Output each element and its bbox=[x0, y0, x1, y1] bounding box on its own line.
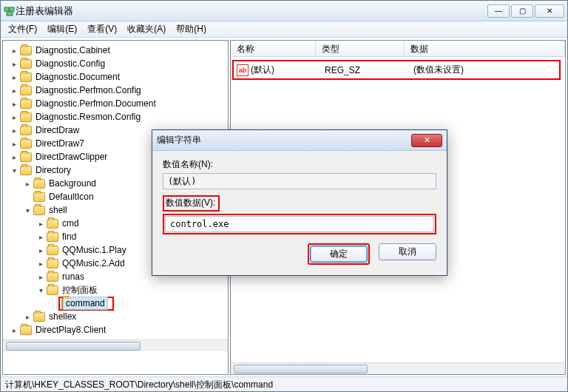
svg-rect-0 bbox=[4, 7, 9, 11]
menu-favorites[interactable]: 收藏夹(A) bbox=[123, 21, 170, 37]
chevron-right-icon[interactable]: ▸ bbox=[37, 220, 45, 228]
folder-icon bbox=[20, 99, 32, 109]
app-icon bbox=[4, 5, 16, 17]
chevron-right-icon[interactable]: ▸ bbox=[10, 73, 18, 81]
tree-item-label: runas bbox=[60, 271, 87, 283]
dialog-title: 编辑字符串 bbox=[157, 134, 411, 146]
close-button[interactable]: ✕ bbox=[535, 4, 564, 18]
svg-rect-2 bbox=[7, 12, 13, 16]
tree-item[interactable]: ▸Diagnostic.Resmon.Config bbox=[7, 110, 228, 124]
folder-icon bbox=[47, 272, 58, 282]
chevron-right-icon[interactable]: ▸ bbox=[24, 180, 32, 188]
ok-button[interactable]: 确定 bbox=[310, 246, 368, 263]
folder-icon bbox=[20, 166, 32, 175]
chevron-right-icon[interactable]: ▸ bbox=[10, 60, 18, 68]
folder-icon bbox=[20, 152, 32, 162]
folder-icon bbox=[47, 285, 58, 295]
folder-icon bbox=[20, 126, 32, 135]
folder-icon bbox=[20, 139, 32, 149]
tree-item-label: DirectDraw7 bbox=[33, 138, 87, 149]
chevron-right-icon[interactable]: ▸ bbox=[10, 153, 18, 161]
chevron-right-icon[interactable]: ▸ bbox=[10, 100, 18, 108]
chevron-right-icon[interactable]: ▸ bbox=[10, 87, 18, 95]
chevron-right-icon[interactable]: ▸ bbox=[10, 326, 18, 334]
folder-icon bbox=[20, 46, 32, 55]
tree-item[interactable]: command bbox=[7, 297, 228, 310]
chevron-right-icon[interactable]: ▸ bbox=[37, 260, 45, 268]
chevron-right-icon[interactable]: ▸ bbox=[10, 126, 18, 135]
folder-icon bbox=[33, 179, 45, 189]
list-hscroll[interactable] bbox=[231, 362, 565, 374]
folder-icon bbox=[20, 325, 32, 335]
value-row-highlight: ab (默认) REG_SZ (数值未设置) bbox=[232, 60, 561, 80]
chevron-right-icon[interactable]: ▸ bbox=[10, 113, 18, 121]
menu-view[interactable]: 查看(V) bbox=[83, 21, 121, 37]
svg-rect-1 bbox=[10, 7, 14, 11]
chevron-right-icon[interactable]: ▸ bbox=[10, 140, 18, 148]
window-title: 注册表编辑器 bbox=[16, 4, 487, 18]
tree-item[interactable]: ▸Diagnostic.Document bbox=[7, 70, 228, 84]
regedit-window: 注册表编辑器 — ▢ ✕ 文件(F) 编辑(E) 查看(V) 收藏夹(A) 帮助… bbox=[0, 0, 568, 392]
chevron-down-icon[interactable]: ▾ bbox=[24, 206, 32, 214]
tree-item[interactable]: ▸Diagnostic.Perfmon.Document bbox=[7, 97, 228, 110]
folder-icon bbox=[47, 219, 58, 229]
folder-icon bbox=[47, 259, 58, 268]
chevron-down-icon[interactable]: ▾ bbox=[37, 286, 45, 294]
folder-icon bbox=[61, 297, 63, 309]
col-type[interactable]: 类型 bbox=[316, 41, 405, 56]
tree-item-label: QQMusic.1.Play bbox=[60, 244, 129, 256]
chevron-right-icon[interactable]: ▸ bbox=[10, 47, 18, 55]
chevron-right-icon[interactable]: ▸ bbox=[24, 313, 32, 321]
tree-item-label: cmd bbox=[60, 217, 81, 229]
menu-file[interactable]: 文件(F) bbox=[4, 21, 41, 37]
chevron-right-icon[interactable]: ▸ bbox=[37, 273, 45, 281]
string-value-icon: ab bbox=[237, 64, 248, 76]
value-type: REG_SZ bbox=[319, 65, 408, 75]
value-row[interactable]: ab (默认) REG_SZ (数值未设置) bbox=[234, 62, 559, 78]
chevron-right-icon[interactable]: ▸ bbox=[37, 246, 45, 254]
menu-help[interactable]: 帮助(H) bbox=[172, 21, 211, 37]
tree-item-label: shell bbox=[47, 204, 70, 216]
tree-item-label: DirectDraw bbox=[33, 124, 81, 136]
tree-item[interactable]: ▸Diagnostic.Config bbox=[7, 57, 228, 70]
tree-item[interactable]: ▾控制面板 bbox=[7, 283, 228, 297]
statusbar: 计算机\HKEY_CLASSES_ROOT\Directory\shell\控制… bbox=[1, 376, 567, 391]
tree-item-label: Diagnostic.Perfmon.Document bbox=[33, 98, 158, 109]
tree-item-label: DirectDrawClipper bbox=[33, 151, 109, 163]
folder-icon bbox=[47, 232, 58, 242]
tree-item[interactable]: ▸DirectPlay8.Client bbox=[7, 323, 228, 337]
tree-item-label: Directory bbox=[33, 164, 73, 176]
col-data[interactable]: 数据 bbox=[405, 41, 565, 56]
tree-hscroll[interactable] bbox=[3, 339, 228, 351]
tree-item[interactable]: ▸Diagnostic.Perfmon.Config bbox=[7, 84, 228, 97]
dialog-close-button[interactable]: ✕ bbox=[411, 134, 442, 147]
tree-item-label: Diagnostic.Config bbox=[33, 58, 107, 70]
folder-icon bbox=[33, 312, 45, 322]
cancel-button[interactable]: 取消 bbox=[379, 243, 436, 260]
col-name[interactable]: 名称 bbox=[231, 41, 316, 56]
tree-item[interactable]: ▸Diagnostic.Cabinet bbox=[7, 44, 228, 57]
chevron-right-icon[interactable]: ▸ bbox=[37, 233, 45, 241]
folder-icon bbox=[33, 206, 45, 215]
folder-icon bbox=[20, 72, 32, 82]
tree-item[interactable]: ▸shellex bbox=[7, 310, 228, 323]
folder-icon bbox=[20, 59, 32, 69]
tree-item-label: DefaultIcon bbox=[47, 191, 96, 203]
tree-item-label: Background bbox=[47, 178, 98, 189]
tree-item-label: Diagnostic.Cabinet bbox=[33, 44, 112, 56]
tree-item-label: shellex bbox=[47, 311, 78, 322]
value-name-field[interactable] bbox=[163, 173, 436, 189]
dialog-titlebar[interactable]: 编辑字符串 ✕ bbox=[152, 130, 447, 151]
maximize-button[interactable]: ▢ bbox=[511, 4, 533, 18]
minimize-button[interactable]: — bbox=[487, 4, 510, 18]
value-data-field[interactable] bbox=[165, 216, 434, 232]
menubar: 文件(F) 编辑(E) 查看(V) 收藏夹(A) 帮助(H) bbox=[1, 21, 567, 38]
value-name: (默认) bbox=[251, 64, 274, 76]
value-data-label: 数值数据(V): bbox=[166, 197, 215, 209]
chevron-down-icon[interactable]: ▾ bbox=[10, 166, 18, 175]
tree-item-label: Diagnostic.Perfmon.Config bbox=[33, 84, 143, 96]
menu-edit[interactable]: 编辑(E) bbox=[43, 21, 81, 37]
value-data: (数值未设置) bbox=[408, 64, 559, 76]
tree-item-label: command bbox=[63, 297, 108, 310]
status-path: 计算机\HKEY_CLASSES_ROOT\Directory\shell\控制… bbox=[5, 379, 273, 390]
